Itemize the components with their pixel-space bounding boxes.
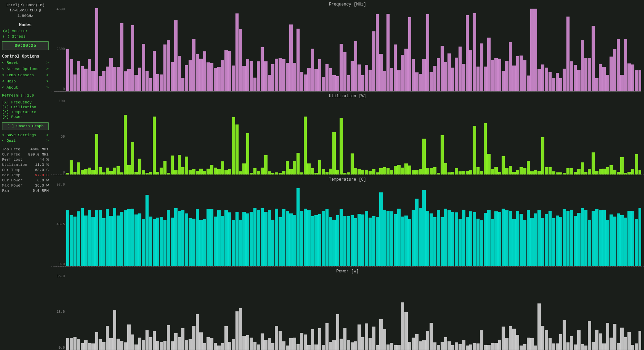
- bar: [599, 169, 602, 174]
- bar: [336, 314, 339, 350]
- bar: [631, 211, 634, 266]
- bar: [606, 75, 609, 91]
- bar: [394, 214, 397, 266]
- bar: [620, 157, 623, 174]
- smooth-graph-button[interactable]: [ ] Smooth Graph: [2, 122, 49, 130]
- bar: [638, 331, 641, 350]
- bar: [447, 53, 451, 91]
- bar: [296, 344, 300, 350]
- bar: [117, 216, 120, 266]
- bar: [300, 172, 303, 174]
- bar: [120, 172, 123, 174]
- bar: [358, 169, 361, 174]
- save-settings-button[interactable]: < Save Settings >: [2, 133, 49, 138]
- power-chart-title: Power [W]: [54, 268, 641, 274]
- bar: [91, 217, 94, 266]
- bar: [372, 31, 375, 91]
- menu-about[interactable]: < About >: [2, 85, 49, 90]
- cur-power-value: 6.0 W: [37, 178, 49, 182]
- bar: [235, 124, 239, 174]
- bar: [329, 217, 332, 266]
- quit-button[interactable]: < Quit >: [2, 138, 49, 143]
- bar: [397, 345, 400, 350]
- bar: [156, 341, 159, 350]
- bar: [145, 195, 149, 266]
- bar: [167, 210, 170, 266]
- bar: [476, 167, 480, 174]
- bar: [552, 78, 555, 91]
- bar: [314, 215, 318, 266]
- bar: [250, 173, 253, 174]
- bar: [343, 52, 346, 91]
- bar: [412, 338, 415, 350]
- menu-stress-options[interactable]: < Stress Options >: [2, 67, 49, 71]
- bar: [153, 51, 156, 91]
- bar: [491, 219, 494, 266]
- bar: [264, 61, 267, 91]
- bar: [95, 134, 98, 174]
- bar: [412, 59, 415, 91]
- bar: [487, 345, 490, 350]
- bar: [624, 337, 627, 350]
- cb-temperature[interactable]: [X] Temperature: [2, 110, 49, 114]
- cur-freq-label: Cur Freq: [2, 152, 20, 157]
- bar: [404, 49, 407, 91]
- bar: [142, 44, 145, 91]
- bar: [523, 168, 526, 174]
- mode-monitor[interactable]: (X) Monitor: [2, 29, 49, 33]
- bar: [408, 17, 411, 91]
- bar: [279, 173, 282, 174]
- bar: [171, 156, 174, 174]
- bar: [289, 24, 292, 91]
- bar: [581, 40, 584, 91]
- bar: [311, 168, 314, 174]
- bar: [77, 339, 80, 350]
- bar: [271, 173, 274, 174]
- bar: [505, 61, 508, 91]
- bar: [304, 117, 307, 175]
- menu-help[interactable]: < Help >: [2, 79, 49, 84]
- bar: [509, 42, 512, 91]
- bar: [563, 69, 566, 91]
- bar: [635, 154, 638, 174]
- bar: [527, 161, 530, 174]
- utilization-row: Utilization 11.3 %: [2, 163, 49, 167]
- bar: [293, 215, 296, 266]
- cur-temp-value: 63.0 C: [35, 168, 49, 172]
- bar: [340, 209, 343, 266]
- bar: [242, 66, 245, 91]
- cur-power-row: Cur Power 6.0 W: [2, 178, 49, 182]
- bar: [84, 216, 87, 266]
- bar: [476, 343, 480, 350]
- bar: [369, 338, 372, 350]
- bar: [134, 214, 138, 266]
- temperature-chart-section: Temperature [C] 97.0 48.5 0.0: [51, 175, 644, 267]
- bar: [318, 328, 321, 350]
- bar: [196, 209, 199, 266]
- utilization-label: Utilization: [2, 163, 27, 167]
- bar: [178, 155, 181, 174]
- bar: [275, 209, 278, 266]
- cb-frequency[interactable]: [X] Frequency: [2, 100, 49, 104]
- bar: [261, 47, 264, 91]
- bar: [189, 339, 192, 350]
- cb-utilization[interactable]: [X] Utilization: [2, 105, 49, 109]
- bar: [343, 216, 346, 266]
- bar: [559, 172, 562, 174]
- bar: [261, 168, 264, 174]
- bar: [638, 170, 641, 174]
- mode-stress[interactable]: ( ) Stress: [2, 34, 49, 39]
- bar: [289, 338, 292, 350]
- bar: [487, 38, 490, 91]
- menu-reset[interactable]: < Reset >: [2, 60, 49, 65]
- bar: [602, 67, 605, 91]
- bar: [113, 310, 116, 350]
- bar: [163, 341, 167, 350]
- bar: [426, 168, 429, 174]
- cb-power[interactable]: [X] Power: [2, 115, 49, 119]
- menu-temp-sensors[interactable]: < Temp Sensors >: [2, 73, 49, 78]
- bar: [84, 340, 87, 350]
- bar: [397, 209, 400, 266]
- bar: [242, 163, 245, 174]
- bar: [422, 59, 425, 91]
